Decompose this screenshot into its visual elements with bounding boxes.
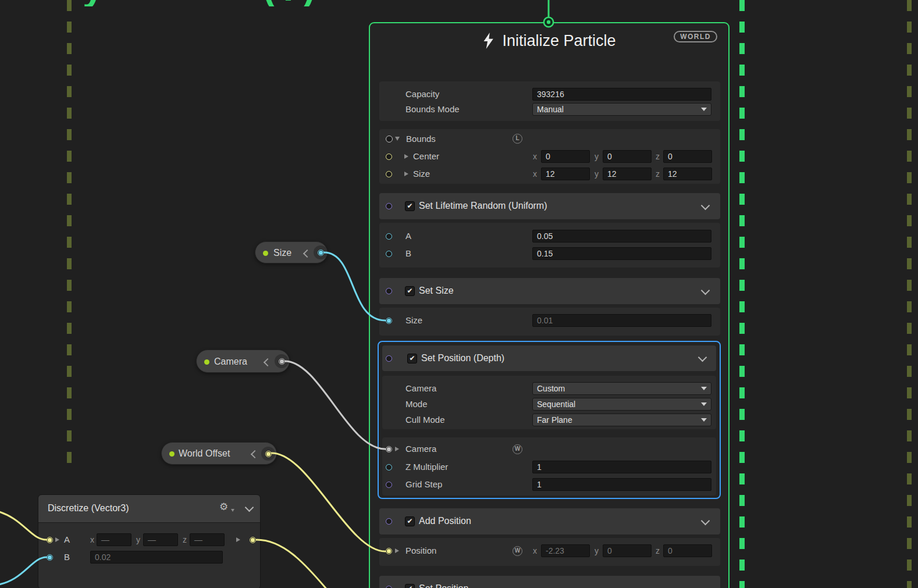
collapse-chevron-icon[interactable] (701, 201, 710, 211)
position-x-field[interactable]: -2.23 (541, 544, 590, 557)
setsize-size-input-port[interactable] (386, 318, 392, 324)
size-z-field[interactable]: 12 (663, 168, 712, 180)
collapse-left-chevron-icon[interactable] (251, 450, 259, 458)
grid-step-field[interactable]: 1 (532, 478, 711, 491)
capacity-field[interactable]: 393216 (532, 88, 711, 101)
exposed-dot-icon (263, 251, 268, 256)
center-x-field[interactable]: 0 (541, 150, 590, 163)
block-activation-port[interactable] (386, 288, 392, 294)
discretize-header[interactable]: Discretize (Vector3) ⚙ (38, 495, 260, 523)
mode-dropdown[interactable]: Sequential (532, 398, 711, 411)
block-title: Set Position (Depth) (421, 352, 504, 365)
lifetime-a-port[interactable] (386, 233, 392, 240)
bounds-mode-dropdown[interactable]: Manual (532, 103, 711, 116)
parameter-pill-world-offset[interactable]: World Offset (161, 442, 277, 465)
lifetime-b-field[interactable]: 0.15 (532, 247, 711, 260)
size-y-field[interactable]: 12 (603, 168, 652, 180)
collapse-chevron-icon[interactable] (701, 286, 710, 295)
wire-discretize-out[interactable] (257, 540, 328, 588)
center-z-field[interactable]: 0 (663, 150, 712, 163)
z-multiplier-field[interactable]: 1 (532, 461, 711, 473)
gear-icon[interactable]: ⚙ (219, 501, 228, 513)
cull-mode-setting-label: Cull Mode (405, 414, 445, 426)
position-y-field[interactable]: 0 (603, 544, 652, 557)
grid-step-port[interactable] (386, 482, 392, 488)
block-header-set-size[interactable]: ✔ Set Size (379, 278, 720, 304)
block-activation-port[interactable] (386, 355, 392, 362)
size-x-field[interactable]: 12 (541, 168, 590, 180)
camera-expander-icon[interactable] (395, 447, 399, 451)
axis-z-label: z (656, 150, 660, 163)
discretize-b-field[interactable]: 0.02 (90, 551, 223, 564)
initialize-particle-node[interactable]: Initialize Particle WORLD Capacity 39321… (369, 22, 730, 588)
block-header-set-lifetime[interactable]: ✔ Set Lifetime Random (Uniform) (379, 193, 720, 219)
camera-input-port[interactable] (386, 446, 392, 452)
world-offset-output-port[interactable] (265, 451, 272, 457)
camera-output-port[interactable] (279, 358, 285, 365)
dashed-wire-right-green (739, 0, 745, 588)
discretize-a-x-field[interactable]: — (97, 533, 131, 546)
position-input-port[interactable] (386, 548, 392, 554)
discretize-vector3-node[interactable]: Discretize (Vector3) ⚙ A x — y — z — B 0… (38, 494, 261, 588)
discretize-output-port[interactable] (250, 537, 256, 543)
block-enabled-checkbox[interactable]: ✔ (405, 516, 415, 526)
local-space-badge[interactable]: L (513, 134, 522, 144)
collapse-chevron-icon[interactable] (701, 516, 710, 526)
world-space-badge[interactable]: W (513, 444, 522, 454)
parameter-pill-camera[interactable]: Camera (196, 350, 290, 373)
output-expander-icon[interactable] (236, 537, 240, 542)
block-body-set-size: Size 0.01 (379, 308, 720, 336)
collapse-left-chevron-icon[interactable] (264, 358, 272, 366)
space-badge[interactable]: WORLD (674, 31, 717, 42)
block-header-partial[interactable]: ✔ Set Position (379, 576, 720, 588)
block-enabled-checkbox[interactable]: ✔ (405, 201, 415, 211)
lifetime-b-port[interactable] (386, 251, 392, 257)
collapse-chevron-icon[interactable] (698, 353, 707, 362)
block-header-add-position[interactable]: ✔ Add Position (379, 508, 720, 534)
node-title: Initialize Particle (502, 32, 615, 50)
cull-mode-dropdown[interactable]: Far Plane (532, 414, 711, 426)
block-activation-port[interactable] (386, 518, 392, 525)
size-expander-icon[interactable] (404, 172, 408, 176)
collapse-chevron-icon[interactable] (245, 503, 254, 512)
bounds-port[interactable] (386, 136, 393, 142)
center-y-field[interactable]: 0 (603, 150, 652, 163)
block-enabled-checkbox[interactable]: ✔ (405, 286, 415, 296)
cull-mode-dropdown-value: Far Plane (537, 415, 572, 425)
world-space-badge[interactable]: W (513, 546, 522, 556)
clipped-label-fragment: y (83, 0, 123, 6)
wire-worldoffset-to-position[interactable] (272, 453, 385, 551)
block-activation-port[interactable] (386, 203, 392, 209)
gear-menu-arrow-icon[interactable] (231, 509, 234, 512)
position-z-field[interactable]: 0 (663, 544, 712, 557)
discretize-a-z-field[interactable]: — (190, 533, 225, 546)
discretize-b-input-port[interactable] (47, 554, 53, 561)
camera-port-label: Camera (405, 443, 436, 455)
camera-setting-label: Camera (405, 382, 436, 395)
discretize-a-y-field[interactable]: — (143, 533, 178, 546)
lifetime-a-label: A (405, 230, 411, 243)
size-port[interactable] (386, 171, 392, 177)
bounds-expander-icon[interactable] (395, 137, 400, 141)
collapse-left-chevron-icon[interactable] (303, 250, 311, 258)
setsize-size-field[interactable]: 0.01 (532, 314, 711, 327)
discretize-a-input-port[interactable] (47, 537, 53, 543)
block-enabled-checkbox[interactable]: ✔ (407, 354, 417, 364)
parameter-pill-size[interactable]: Size (255, 241, 328, 263)
size-output-port[interactable] (318, 250, 324, 256)
center-expander-icon[interactable] (404, 154, 408, 159)
block-enabled-checkbox[interactable]: ✔ (405, 584, 415, 588)
expander-icon[interactable] (55, 537, 59, 542)
z-multiplier-port[interactable] (386, 464, 392, 471)
center-port[interactable] (386, 154, 392, 160)
vfx-graph-canvas[interactable]: y (?) Discretize (Vector3) ⚙ A x — y — z… (0, 0, 918, 588)
pill-label: Size (273, 247, 291, 259)
axis-y-label: y (595, 150, 599, 163)
position-expander-icon[interactable] (395, 548, 399, 553)
lifetime-a-field[interactable]: 0.05 (532, 230, 711, 243)
bounds-label: Bounds (406, 133, 436, 145)
block-activation-port[interactable] (386, 586, 392, 588)
block-header-set-position-depth[interactable]: ✔ Set Position (Depth) (382, 345, 716, 371)
camera-dropdown[interactable]: Custom (532, 382, 711, 395)
discretize-title: Discretize (Vector3) (48, 502, 129, 515)
